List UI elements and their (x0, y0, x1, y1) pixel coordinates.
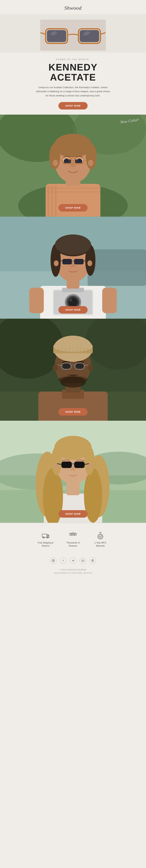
svg-point-58 (87, 260, 92, 266)
svg-point-110 (52, 446, 62, 475)
svg-marker-125 (74, 533, 77, 535)
warranty-label: 1-Year MFG Warranty (92, 541, 109, 548)
svg-rect-117 (75, 462, 84, 467)
svg-point-85 (53, 365, 58, 371)
instagram-icon (52, 559, 55, 562)
svg-point-88 (58, 376, 88, 383)
svg-point-24 (53, 160, 58, 166)
logo[interactable]: Shwood (0, 5, 146, 11)
reviews-label: Thousands of Reviews (65, 541, 81, 548)
header: Shwood (0, 0, 146, 14)
social-icon-instagram[interactable] (50, 557, 57, 564)
footer-copyright: © 2022 SHWOOD EYEWEAR (0, 568, 146, 571)
panel4-photo (0, 421, 146, 523)
svg-point-111 (84, 446, 94, 475)
svg-point-130 (54, 560, 54, 560)
svg-rect-17 (46, 187, 100, 189)
footer-icon-shipping: Free Shipping & Returns (37, 531, 54, 548)
svg-rect-116 (62, 462, 71, 467)
svg-marker-123 (69, 533, 72, 535)
sunglasses-icon (40, 20, 106, 51)
stars-icon (69, 531, 77, 539)
photo-panel-1: New Color! Shop Now (0, 115, 146, 217)
svg-point-129 (53, 560, 54, 561)
panel1-btn-wrap: Shop Now (58, 204, 88, 212)
svg-rect-15 (51, 186, 53, 217)
svg-rect-40 (88, 249, 146, 286)
social-icon-youtube[interactable] (80, 557, 86, 564)
svg-point-57 (54, 260, 59, 266)
svg-rect-33 (64, 159, 71, 163)
svg-rect-128 (52, 560, 54, 562)
svg-rect-61 (63, 259, 71, 264)
sunglasses-image-wrap (0, 18, 146, 53)
footer-street-address: 106 SE GRANT ST PORTLAND, OR 97214 (0, 571, 146, 575)
photo-panel-4: Shop Now (0, 421, 146, 523)
svg-point-25 (88, 160, 93, 166)
svg-point-49 (69, 299, 72, 302)
svg-rect-35 (75, 159, 82, 163)
svg-rect-120 (42, 534, 47, 537)
social-icon-facebook[interactable]: f (60, 557, 66, 564)
svg-rect-16 (55, 186, 57, 217)
panel3-photo (0, 319, 146, 421)
shipping-label: Free Shipping & Returns (37, 541, 54, 548)
svg-rect-94 (76, 364, 84, 369)
frame-title-line2: ACETATE (50, 72, 96, 83)
svg-rect-62 (75, 259, 83, 264)
pinterest-icon (91, 559, 94, 562)
svg-marker-132 (83, 560, 83, 561)
photo-panel-3: Shop Now (0, 319, 146, 421)
svg-rect-42 (29, 288, 44, 313)
footer-address: © 2022 SHWOOD EYEWEAR 106 SE GRANT ST PO… (0, 566, 146, 580)
social-icon-pinterest[interactable] (89, 557, 96, 564)
svg-rect-43 (102, 288, 117, 313)
medal-icon (96, 531, 105, 539)
frame-title-line1: KENNEDY (49, 62, 97, 72)
vimeo-icon (71, 559, 75, 562)
frame-of-month-section: Frame of the Month: KENNEDY ACETATE Uniq… (0, 53, 146, 115)
footer-icons-row: Free Shipping & Returns Thousands of Rev… (0, 523, 146, 554)
panel4-shop-now-button[interactable]: Shop Now (58, 510, 88, 518)
svg-rect-14 (48, 186, 49, 217)
footer-icon-warranty: 1-Year MFG Warranty (92, 531, 109, 548)
panel1-photo (0, 115, 146, 217)
social-icons-row: f (0, 554, 146, 566)
panel4-btn-wrap: Shop Now (58, 510, 88, 518)
svg-point-133 (92, 560, 94, 562)
youtube-icon (81, 559, 84, 562)
svg-rect-18 (46, 191, 100, 193)
hero-shop-now-button[interactable]: Shop Now (58, 102, 88, 110)
social-icon-vimeo[interactable] (70, 557, 76, 564)
frame-description: Unique to our Acetate Collection, the Ke… (35, 86, 111, 98)
footer-icon-reviews: Thousands of Reviews (65, 531, 81, 548)
panel3-shop-now-button[interactable]: Shop Now (58, 408, 88, 415)
panel2-shop-now-button[interactable]: Shop Now (58, 306, 88, 314)
svg-point-86 (88, 365, 93, 371)
frame-title: KENNEDY ACETATE (11, 62, 135, 82)
panel2-photo (0, 217, 146, 319)
truck-icon (41, 531, 50, 539)
panel2-btn-wrap: Shop Now (58, 306, 88, 314)
panel3-btn-wrap: Shop Now (58, 408, 88, 415)
frame-label: Frame of the Month: (11, 58, 135, 61)
svg-point-56 (55, 235, 91, 255)
svg-rect-92 (62, 364, 70, 369)
facebook-icon: f (63, 559, 63, 562)
photo-panel-2: Shop Now (0, 217, 146, 319)
hero-product-image (0, 14, 146, 53)
panel1-shop-now-button[interactable]: Shop Now (58, 204, 88, 212)
svg-point-48 (68, 298, 78, 307)
